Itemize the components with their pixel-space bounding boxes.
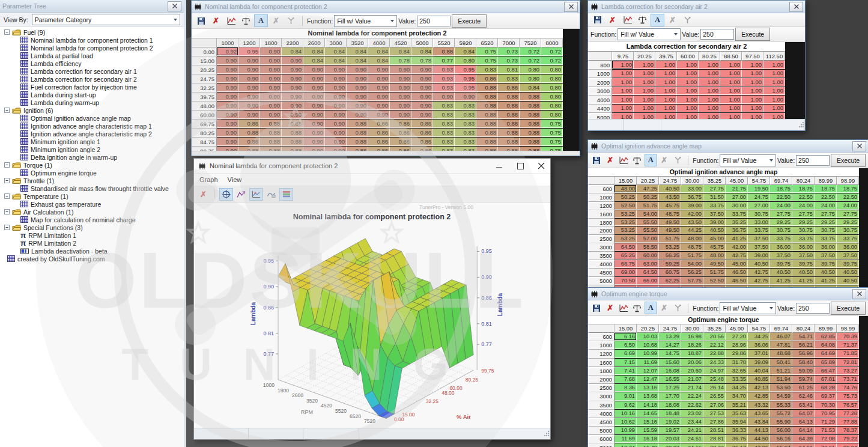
- table-cell[interactable]: 0.83: [455, 138, 476, 146]
- table-cell[interactable]: 51.75: [659, 235, 681, 243]
- table-cell[interactable]: 0.90: [325, 138, 347, 146]
- tree-item[interactable]: Lambda correction for secondary air 2: [0, 75, 184, 83]
- table-cell[interactable]: 44.50: [748, 435, 770, 443]
- table-cell[interactable]: 36.75: [681, 193, 703, 201]
- table-cell[interactable]: 51.21: [770, 367, 792, 375]
- table-cell[interactable]: 0.90: [390, 93, 411, 101]
- table-cell[interactable]: 1.00: [677, 113, 699, 119]
- close-button[interactable]: [852, 289, 866, 299]
- close-button[interactable]: [852, 141, 866, 151]
- table-cell[interactable]: 0.90: [217, 102, 238, 110]
- table-cell[interactable]: 49.50: [659, 227, 681, 234]
- table-cell[interactable]: 31.50: [703, 193, 726, 201]
- clear-disabled-icon[interactable]: ✗: [658, 302, 670, 314]
- table-cell[interactable]: 1.00: [612, 78, 634, 87]
- table-cell[interactable]: 36.33: [726, 427, 748, 434]
- table-cell[interactable]: 29.86: [726, 350, 748, 357]
- table-cell[interactable]: 55.50: [637, 227, 659, 234]
- table-cell[interactable]: 0.86: [390, 120, 411, 128]
- tree-group[interactable]: Torque (1): [0, 161, 184, 169]
- table-cell[interactable]: 58.40: [792, 359, 815, 366]
- table-cell[interactable]: 0.90: [282, 111, 303, 119]
- table-cell[interactable]: 1.00: [763, 78, 785, 87]
- table-cell[interactable]: 36.06: [748, 341, 770, 349]
- table-cell[interactable]: 1.00: [655, 87, 677, 96]
- table-cell[interactable]: 0.90: [260, 47, 282, 56]
- table-cell[interactable]: 22.12: [703, 341, 726, 349]
- table-cell[interactable]: 35.21: [726, 401, 748, 409]
- table-cell[interactable]: 29.25: [815, 219, 837, 227]
- table-cell[interactable]: 54.00: [681, 260, 703, 268]
- table-cell[interactable]: 0.86: [390, 147, 411, 151]
- table-cell[interactable]: 0.86: [390, 129, 411, 137]
- table-cell[interactable]: 56.96: [792, 350, 815, 357]
- table-cell[interactable]: 0.88: [520, 102, 541, 110]
- table-cell[interactable]: 0.90: [217, 56, 238, 65]
- table-cell[interactable]: 0.86: [411, 138, 433, 146]
- table-cell[interactable]: 0.72: [520, 47, 541, 56]
- table-cell[interactable]: 64.14: [792, 427, 815, 434]
- table-cell[interactable]: 33.75: [792, 235, 815, 243]
- table-cell[interactable]: 36.75: [726, 227, 748, 234]
- table-cell[interactable]: 37.50: [792, 252, 815, 260]
- menu-graph[interactable]: Graph: [199, 176, 218, 183]
- table-cell[interactable]: 27.00: [726, 193, 748, 201]
- table-cell[interactable]: 0.77: [433, 56, 455, 65]
- table-cell[interactable]: 39.00: [681, 202, 703, 210]
- table-cell[interactable]: 1.00: [677, 105, 699, 113]
- table-cell[interactable]: 1.00: [655, 70, 677, 78]
- table-cell[interactable]: 39.75: [815, 260, 837, 268]
- table-cell[interactable]: 60.00: [637, 252, 659, 260]
- tree-group[interactable]: Air Calculation (1): [0, 208, 184, 216]
- table-cell[interactable]: 36.00: [770, 243, 792, 251]
- table-cell[interactable]: 12.47: [637, 376, 659, 383]
- table-cell[interactable]: 1.00: [655, 96, 677, 104]
- table-cell[interactable]: 41.25: [726, 235, 748, 243]
- table-cell[interactable]: 1.00: [699, 70, 720, 78]
- table-cell[interactable]: 12.07: [637, 367, 659, 375]
- table-cell[interactable]: 0.90: [260, 65, 282, 74]
- view-by-select[interactable]: Parameter Category: [32, 14, 180, 25]
- table-cell[interactable]: 0.90: [390, 111, 411, 119]
- table-cell[interactable]: 1.00: [720, 87, 742, 96]
- execute-button[interactable]: Execute: [735, 28, 770, 41]
- table-cell[interactable]: 0.75: [476, 56, 498, 65]
- table-cell[interactable]: 31.78: [726, 359, 748, 366]
- table-cell[interactable]: 1.00: [677, 61, 699, 69]
- table-cell[interactable]: 22.50: [792, 193, 815, 201]
- table-cell[interactable]: 0.95: [455, 84, 476, 92]
- scales-icon[interactable]: [631, 154, 643, 166]
- table-cell[interactable]: 71.37: [837, 341, 859, 349]
- tree-close-button[interactable]: [168, 1, 181, 11]
- scales-icon[interactable]: [239, 14, 253, 27]
- table-cell[interactable]: 6.16: [615, 333, 637, 341]
- table-cell[interactable]: 0.90: [347, 65, 368, 74]
- function-select[interactable]: Fill w/ Value: [720, 302, 776, 314]
- table-cell[interactable]: 16.08: [659, 367, 681, 375]
- trace-icon[interactable]: [234, 188, 248, 201]
- table-cell[interactable]: 1.00: [699, 113, 720, 119]
- table-cell[interactable]: 0.72: [520, 56, 541, 65]
- table-cell[interactable]: 1.00: [742, 113, 763, 119]
- table-cell[interactable]: 20.06: [681, 359, 703, 366]
- table-cell[interactable]: 0.88: [498, 93, 520, 101]
- tree-item[interactable]: πRPM Limitation 2: [0, 239, 184, 247]
- table-cell[interactable]: 6.69: [615, 350, 637, 357]
- table-cell[interactable]: 0.88: [238, 138, 260, 146]
- table-cell[interactable]: 18.75: [837, 185, 859, 193]
- table-cell[interactable]: 1.00: [763, 113, 785, 119]
- table-cell[interactable]: 0.78: [390, 56, 411, 65]
- table-cell[interactable]: 45.75: [659, 202, 681, 210]
- table-cell[interactable]: 22.50: [770, 193, 792, 201]
- table-cell[interactable]: 51.94: [770, 376, 792, 383]
- table-cell[interactable]: 64.39: [792, 435, 815, 443]
- tree-item[interactable]: Delta ignition angle in warm-up: [0, 153, 184, 161]
- table-cell[interactable]: 21.75: [726, 185, 748, 193]
- table-cell[interactable]: 24.00: [770, 202, 792, 210]
- table-cell[interactable]: 0.90: [217, 120, 238, 128]
- tree-item[interactable]: πRPM Limitation 1: [0, 231, 184, 239]
- table-cell[interactable]: 0.80: [541, 93, 563, 101]
- table-cell[interactable]: 40.50: [837, 269, 859, 276]
- table-cell[interactable]: 16.98: [681, 333, 703, 341]
- table-cell[interactable]: 55.94: [770, 443, 792, 447]
